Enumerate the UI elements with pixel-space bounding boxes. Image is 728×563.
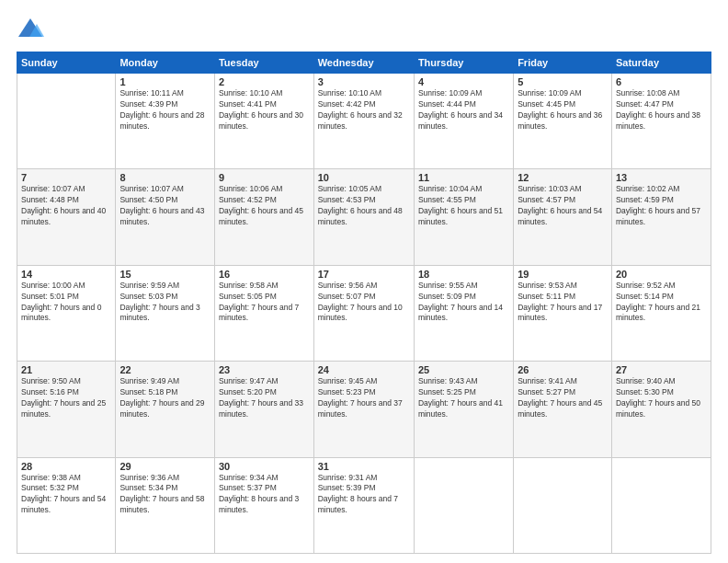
calendar-table: SundayMondayTuesdayWednesdayThursdayFrid… bbox=[17, 52, 711, 554]
day-info: Sunrise: 10:05 AMSunset: 4:53 PMDaylight… bbox=[318, 184, 410, 228]
day-number: 25 bbox=[418, 364, 509, 375]
weekday-thursday: Thursday bbox=[414, 52, 513, 74]
day-info: Sunrise: 9:34 AMSunset: 5:37 PMDaylight:… bbox=[219, 473, 310, 517]
day-number: 13 bbox=[616, 172, 707, 183]
day-number: 14 bbox=[21, 269, 111, 280]
logo-icon bbox=[17, 17, 44, 44]
calendar-cell: 10Sunrise: 10:05 AMSunset: 4:53 PMDaylig… bbox=[313, 169, 414, 265]
calendar-cell: 14Sunrise: 10:00 AMSunset: 5:01 PMDaylig… bbox=[17, 265, 116, 361]
week-row-1: 7Sunrise: 10:07 AMSunset: 4:48 PMDayligh… bbox=[17, 169, 711, 265]
day-info: Sunrise: 9:41 AMSunset: 5:27 PMDaylight:… bbox=[518, 376, 608, 420]
day-number: 24 bbox=[318, 364, 410, 375]
day-info: Sunrise: 9:55 AMSunset: 5:09 PMDaylight:… bbox=[418, 281, 509, 325]
calendar-cell: 8Sunrise: 10:07 AMSunset: 4:50 PMDayligh… bbox=[116, 169, 215, 265]
calendar-cell: 15Sunrise: 9:59 AMSunset: 5:03 PMDayligh… bbox=[116, 265, 215, 361]
day-info: Sunrise: 10:00 AMSunset: 5:01 PMDaylight… bbox=[21, 281, 111, 325]
day-number: 9 bbox=[219, 172, 310, 183]
day-info: Sunrise: 10:09 AMSunset: 4:44 PMDaylight… bbox=[418, 88, 509, 132]
day-number: 12 bbox=[518, 172, 608, 183]
day-number: 28 bbox=[21, 461, 111, 472]
weekday-saturday: Saturday bbox=[611, 52, 711, 74]
day-number: 19 bbox=[518, 269, 608, 280]
day-number: 6 bbox=[616, 76, 707, 87]
day-number: 15 bbox=[119, 269, 210, 280]
calendar-cell bbox=[17, 74, 116, 169]
day-info: Sunrise: 9:50 AMSunset: 5:16 PMDaylight:… bbox=[21, 376, 111, 420]
day-info: Sunrise: 9:43 AMSunset: 5:25 PMDaylight:… bbox=[418, 376, 509, 420]
day-info: Sunrise: 9:36 AMSunset: 5:34 PMDaylight:… bbox=[119, 473, 210, 517]
day-info: Sunrise: 9:38 AMSunset: 5:32 PMDaylight:… bbox=[21, 473, 111, 517]
calendar-cell: 27Sunrise: 9:40 AMSunset: 5:30 PMDayligh… bbox=[611, 362, 711, 457]
day-number: 22 bbox=[119, 364, 210, 375]
week-row-3: 21Sunrise: 9:50 AMSunset: 5:16 PMDayligh… bbox=[17, 362, 711, 457]
calendar-cell: 1Sunrise: 10:11 AMSunset: 4:39 PMDayligh… bbox=[116, 74, 215, 169]
calendar-cell: 21Sunrise: 9:50 AMSunset: 5:16 PMDayligh… bbox=[17, 362, 116, 457]
calendar-cell: 20Sunrise: 9:52 AMSunset: 5:14 PMDayligh… bbox=[611, 265, 711, 361]
day-number: 20 bbox=[616, 269, 707, 280]
page: SundayMondayTuesdayWednesdayThursdayFrid… bbox=[0, 0, 728, 563]
calendar-cell: 30Sunrise: 9:34 AMSunset: 5:37 PMDayligh… bbox=[214, 457, 313, 553]
calendar-cell: 19Sunrise: 9:53 AMSunset: 5:11 PMDayligh… bbox=[514, 265, 612, 361]
day-number: 11 bbox=[418, 172, 509, 183]
day-number: 3 bbox=[318, 76, 410, 87]
calendar-cell: 6Sunrise: 10:08 AMSunset: 4:47 PMDayligh… bbox=[611, 74, 711, 169]
day-info: Sunrise: 10:02 AMSunset: 4:59 PMDaylight… bbox=[616, 184, 707, 228]
weekday-header-row: SundayMondayTuesdayWednesdayThursdayFrid… bbox=[17, 52, 711, 74]
day-info: Sunrise: 10:04 AMSunset: 4:55 PMDaylight… bbox=[418, 184, 509, 228]
weekday-tuesday: Tuesday bbox=[214, 52, 313, 74]
calendar-cell: 29Sunrise: 9:36 AMSunset: 5:34 PMDayligh… bbox=[116, 457, 215, 553]
calendar-cell bbox=[414, 457, 513, 553]
calendar-cell: 7Sunrise: 10:07 AMSunset: 4:48 PMDayligh… bbox=[17, 169, 116, 265]
day-number: 2 bbox=[219, 76, 310, 87]
day-info: Sunrise: 10:07 AMSunset: 4:48 PMDaylight… bbox=[21, 184, 111, 228]
calendar-cell: 28Sunrise: 9:38 AMSunset: 5:32 PMDayligh… bbox=[17, 457, 116, 553]
day-info: Sunrise: 9:40 AMSunset: 5:30 PMDaylight:… bbox=[616, 376, 707, 420]
day-info: Sunrise: 9:31 AMSunset: 5:39 PMDaylight:… bbox=[318, 473, 410, 517]
calendar-cell: 17Sunrise: 9:56 AMSunset: 5:07 PMDayligh… bbox=[313, 265, 414, 361]
day-number: 18 bbox=[418, 269, 509, 280]
day-info: Sunrise: 10:11 AMSunset: 4:39 PMDaylight… bbox=[119, 88, 210, 132]
weekday-sunday: Sunday bbox=[17, 52, 116, 74]
day-info: Sunrise: 10:06 AMSunset: 4:52 PMDaylight… bbox=[219, 184, 310, 228]
day-number: 8 bbox=[119, 172, 210, 183]
week-row-0: 1Sunrise: 10:11 AMSunset: 4:39 PMDayligh… bbox=[17, 74, 711, 169]
calendar-cell: 9Sunrise: 10:06 AMSunset: 4:52 PMDayligh… bbox=[214, 169, 313, 265]
day-number: 4 bbox=[418, 76, 509, 87]
day-info: Sunrise: 9:58 AMSunset: 5:05 PMDaylight:… bbox=[219, 281, 310, 325]
day-info: Sunrise: 10:10 AMSunset: 4:41 PMDaylight… bbox=[219, 88, 310, 132]
day-info: Sunrise: 10:07 AMSunset: 4:50 PMDaylight… bbox=[119, 184, 210, 228]
day-number: 17 bbox=[318, 269, 410, 280]
day-number: 1 bbox=[119, 76, 210, 87]
calendar-cell bbox=[611, 457, 711, 553]
calendar-cell bbox=[514, 457, 612, 553]
day-number: 27 bbox=[616, 364, 707, 375]
logo bbox=[17, 17, 48, 44]
day-number: 21 bbox=[21, 364, 111, 375]
calendar-cell: 31Sunrise: 9:31 AMSunset: 5:39 PMDayligh… bbox=[313, 457, 414, 553]
day-info: Sunrise: 9:53 AMSunset: 5:11 PMDaylight:… bbox=[518, 281, 608, 325]
weekday-monday: Monday bbox=[116, 52, 215, 74]
calendar-cell: 24Sunrise: 9:45 AMSunset: 5:23 PMDayligh… bbox=[313, 362, 414, 457]
calendar-cell: 18Sunrise: 9:55 AMSunset: 5:09 PMDayligh… bbox=[414, 265, 513, 361]
day-number: 26 bbox=[518, 364, 608, 375]
calendar-cell: 25Sunrise: 9:43 AMSunset: 5:25 PMDayligh… bbox=[414, 362, 513, 457]
calendar-cell: 22Sunrise: 9:49 AMSunset: 5:18 PMDayligh… bbox=[116, 362, 215, 457]
day-info: Sunrise: 10:09 AMSunset: 4:45 PMDaylight… bbox=[518, 88, 608, 132]
day-info: Sunrise: 9:56 AMSunset: 5:07 PMDaylight:… bbox=[318, 281, 410, 325]
weekday-friday: Friday bbox=[514, 52, 612, 74]
day-number: 29 bbox=[119, 461, 210, 472]
calendar-cell: 11Sunrise: 10:04 AMSunset: 4:55 PMDaylig… bbox=[414, 169, 513, 265]
day-number: 23 bbox=[219, 364, 310, 375]
calendar-cell: 13Sunrise: 10:02 AMSunset: 4:59 PMDaylig… bbox=[611, 169, 711, 265]
header bbox=[17, 17, 711, 44]
calendar-cell: 4Sunrise: 10:09 AMSunset: 4:44 PMDayligh… bbox=[414, 74, 513, 169]
day-number: 30 bbox=[219, 461, 310, 472]
day-number: 10 bbox=[318, 172, 410, 183]
day-info: Sunrise: 9:47 AMSunset: 5:20 PMDaylight:… bbox=[219, 376, 310, 420]
day-info: Sunrise: 10:08 AMSunset: 4:47 PMDaylight… bbox=[616, 88, 707, 132]
calendar-cell: 2Sunrise: 10:10 AMSunset: 4:41 PMDayligh… bbox=[214, 74, 313, 169]
weekday-wednesday: Wednesday bbox=[313, 52, 414, 74]
day-info: Sunrise: 10:03 AMSunset: 4:57 PMDaylight… bbox=[518, 184, 608, 228]
day-number: 31 bbox=[318, 461, 410, 472]
day-info: Sunrise: 10:10 AMSunset: 4:42 PMDaylight… bbox=[318, 88, 410, 132]
